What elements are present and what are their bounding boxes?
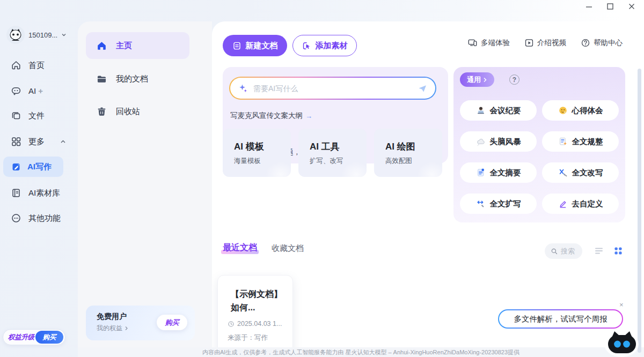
general-tag-button[interactable]: 通用 bbox=[460, 72, 494, 87]
sidebar-item-home[interactable]: 首页 bbox=[11, 57, 45, 73]
folder-icon bbox=[96, 73, 107, 85]
quick-item-full-text-summary[interactable]: 全文摘要 bbox=[460, 162, 537, 183]
plan-benefits-link[interactable]: 我的权益 bbox=[97, 324, 129, 333]
sidebar-item-label: 更多 bbox=[28, 137, 45, 147]
search-placeholder: 搜索 bbox=[561, 247, 575, 256]
quick-item-customize[interactable]: 去自定义 bbox=[542, 194, 619, 214]
ai-tools-card[interactable]: AI 工具 扩写、改写 bbox=[298, 129, 367, 177]
quick-item-label: 全文规整 bbox=[572, 137, 603, 147]
sidebar-item-more[interactable]: 更多 bbox=[11, 133, 66, 150]
feature-cards: AI 模板 海量模板 AI 工具 扩写、改写 AI 绘图 高效配图 bbox=[223, 129, 442, 177]
search-input[interactable]: 搜索 bbox=[545, 243, 582, 259]
help-center-link[interactable]: 帮助中心 bbox=[581, 38, 623, 48]
pencil-icon bbox=[558, 199, 568, 209]
ai-prompt-input[interactable] bbox=[253, 84, 412, 93]
sidebar-item-other[interactable]: 其他功能 bbox=[11, 210, 61, 226]
document-source: 来源于：写作 bbox=[228, 333, 268, 343]
sidebar-item-ai-library[interactable]: AI素材库 bbox=[11, 185, 60, 201]
user-account[interactable]: 150109... bbox=[6, 26, 67, 44]
sidebar-item-label: 文件 bbox=[28, 111, 45, 121]
chevron-right-icon bbox=[125, 326, 129, 331]
library-icon bbox=[11, 188, 21, 198]
plan-title: 免费用户 bbox=[97, 312, 127, 322]
quick-item-label: 会议纪要 bbox=[490, 106, 521, 116]
plan-benefits-label: 我的权益 bbox=[97, 324, 122, 333]
grid-view-button[interactable] bbox=[613, 246, 623, 256]
sidebar-item-label: AI素材库 bbox=[28, 188, 60, 198]
minimize-button[interactable] bbox=[582, 1, 596, 12]
avatar bbox=[6, 26, 25, 44]
document-date-text: 2025.04.03 1... bbox=[237, 320, 282, 328]
sidebar-item-recycle-bin[interactable]: 回收站 bbox=[86, 100, 189, 123]
add-material-button[interactable]: 添加素材 bbox=[292, 35, 357, 56]
document-icon bbox=[232, 41, 241, 50]
app-window: 150109... 首页 AI + bbox=[0, 0, 644, 357]
list-view-button[interactable] bbox=[594, 246, 604, 256]
doc-sparkle-icon bbox=[558, 137, 568, 146]
sidebar-item-homepage[interactable]: 主页 bbox=[86, 32, 189, 59]
tab-recent-docs[interactable]: 最近文档 bbox=[223, 242, 257, 254]
tab-favorite-docs[interactable]: 收藏文档 bbox=[272, 243, 304, 254]
quick-item-label: 心得体会 bbox=[572, 106, 603, 116]
sidebar-item-files[interactable]: 文件 bbox=[11, 108, 45, 124]
home-filled-icon bbox=[96, 40, 107, 51]
upgrade-label: 权益升级 bbox=[3, 333, 34, 342]
quick-item-brainstorm[interactable]: 头脑风暴 bbox=[460, 131, 537, 152]
sidebar-item-label: 其他功能 bbox=[28, 213, 61, 224]
plan-buy-button[interactable]: 购买 bbox=[157, 315, 187, 330]
rewrite-icon bbox=[558, 168, 568, 177]
card-subtitle: 高效配图 bbox=[385, 157, 412, 166]
assistant-robot-button[interactable] bbox=[606, 330, 638, 356]
person-laptop-icon bbox=[476, 106, 486, 115]
document-date: 2025.04.03 1... bbox=[228, 320, 282, 328]
sidebar-item-ai-writing[interactable]: AI写作 bbox=[3, 157, 63, 177]
document-card[interactable]: 【示例文档】如何... 2025.04.03 1... 来源于：写作 bbox=[217, 275, 293, 357]
new-document-button[interactable]: 新建文档 bbox=[223, 35, 287, 56]
thinking-face-icon bbox=[558, 106, 568, 115]
quick-item-full-text-rewrite[interactable]: 全文改写 bbox=[542, 162, 619, 183]
close-button[interactable] bbox=[625, 1, 639, 12]
quick-help-icon[interactable]: ? bbox=[509, 75, 519, 85]
chevron-down-icon bbox=[61, 32, 67, 38]
link-label: 多端体验 bbox=[481, 38, 510, 48]
maximize-button[interactable] bbox=[603, 1, 617, 12]
clock-icon bbox=[228, 321, 235, 328]
assistant-tooltip-text: 多文件解析，试试写个周报 bbox=[514, 314, 608, 324]
ai-writing-icon bbox=[11, 162, 21, 172]
arrow-right-icon: → bbox=[305, 112, 312, 120]
sidebar-item-my-docs[interactable]: 我的文档 bbox=[86, 67, 189, 91]
main-panel: 新建文档 添加素材 多端体验 bbox=[212, 21, 636, 357]
ai-prompt-inputbox[interactable] bbox=[229, 77, 436, 100]
primary-sidebar: 150109... 首页 AI + bbox=[0, 0, 78, 357]
ai-drawing-card[interactable]: AI 绘图 高效配图 bbox=[374, 129, 442, 177]
quick-item-label: 头脑风暴 bbox=[490, 137, 521, 147]
suggestion-label: 写麦克风宣传文案大纲 bbox=[230, 111, 303, 121]
new-document-label: 新建文档 bbox=[246, 41, 278, 51]
send-icon[interactable] bbox=[417, 83, 428, 94]
chevron-right-icon bbox=[483, 77, 487, 83]
sidebar-item-ai[interactable]: AI + bbox=[11, 83, 43, 99]
scrollbar[interactable] bbox=[638, 69, 641, 353]
quick-item-label: 去自定义 bbox=[572, 199, 603, 209]
ai-templates-card[interactable]: AI 模板 海量模板 bbox=[223, 129, 291, 177]
multi-device-link[interactable]: 多端体验 bbox=[467, 38, 510, 48]
tooltip-close-icon[interactable]: × bbox=[619, 301, 624, 309]
quick-item-label: 全文摘要 bbox=[490, 168, 521, 178]
quick-item-full-text-expand[interactable]: 全文扩写 bbox=[460, 194, 537, 214]
intro-video-link[interactable]: 介绍视频 bbox=[524, 38, 566, 48]
suggestion-item[interactable]: 写麦克风宣传文案大纲 → bbox=[230, 111, 312, 121]
doc-summary-icon bbox=[476, 168, 486, 177]
buy-button[interactable]: 购买 bbox=[35, 331, 63, 344]
grid-icon bbox=[11, 136, 21, 147]
assistant-tooltip[interactable]: 多文件解析，试试写个周报 bbox=[498, 309, 623, 329]
link-label: 介绍视频 bbox=[537, 38, 566, 48]
sidebar-item-label: 首页 bbox=[28, 61, 45, 71]
quick-item-full-text-tidy[interactable]: 全文规整 bbox=[542, 131, 619, 152]
plan-card: 免费用户 我的权益 购买 bbox=[86, 306, 195, 340]
card-title: AI 绘图 bbox=[385, 140, 415, 153]
help-glyph: ? bbox=[513, 76, 516, 84]
upgrade-banner[interactable]: 权益升级 购买 bbox=[3, 329, 65, 345]
quick-item-reflections[interactable]: 心得体会 bbox=[542, 100, 619, 121]
quick-item-meeting-notes[interactable]: 会议纪要 bbox=[460, 100, 537, 121]
trash-icon bbox=[96, 106, 107, 117]
